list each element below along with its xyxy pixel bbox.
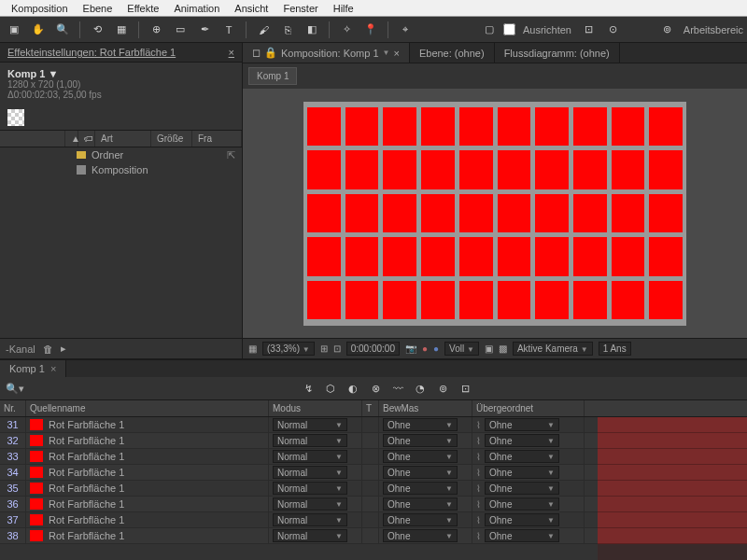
views-dropdown[interactable]: 1 Ans bbox=[599, 342, 631, 356]
brush-tool-icon[interactable]: 🖌 bbox=[253, 20, 274, 40]
blend-mode-dropdown[interactable]: Normal▼ bbox=[273, 466, 347, 479]
parent-dropdown[interactable]: Ohne▼ bbox=[485, 450, 559, 463]
col-trackmatte[interactable]: BewMas bbox=[379, 400, 472, 416]
parent-dropdown[interactable]: Ohne▼ bbox=[485, 513, 559, 526]
project-item-folder[interactable]: Ordner ⇱ bbox=[0, 147, 242, 162]
graph-icon[interactable]: 〰 bbox=[390, 381, 405, 396]
lock-icon[interactable]: ◻ bbox=[252, 47, 261, 59]
transparency-grid-icon[interactable]: ▣ bbox=[485, 343, 493, 354]
menu-animation[interactable]: Animation bbox=[166, 3, 227, 14]
breadcrumb[interactable]: Komp 1 bbox=[248, 67, 297, 85]
pickwhip-icon[interactable]: ⌇ bbox=[476, 531, 481, 541]
trackmatte-dropdown[interactable]: Ohne▼ bbox=[383, 529, 458, 542]
blend-mode-dropdown[interactable]: Normal▼ bbox=[273, 418, 347, 431]
pickwhip-icon[interactable]: ⌇ bbox=[476, 420, 481, 430]
parent-dropdown[interactable]: Ohne▼ bbox=[485, 482, 559, 495]
layer-name-cell[interactable]: Rot Farbfläche 1 bbox=[26, 449, 269, 464]
expand-icon[interactable]: ⊡ bbox=[458, 381, 472, 396]
snap-icon[interactable]: ▢ bbox=[479, 20, 500, 40]
blend-mode-dropdown[interactable]: Normal▼ bbox=[273, 497, 347, 511]
rotate-tool-icon[interactable]: ⟲ bbox=[87, 20, 107, 40]
camera-dropdown[interactable]: Aktive Kamera ▼ bbox=[513, 342, 593, 356]
resolution-dropdown[interactable]: Voll ▼ bbox=[444, 342, 479, 356]
blend-mode-dropdown[interactable]: Normal▼ bbox=[273, 513, 347, 526]
composition-viewer[interactable] bbox=[243, 89, 747, 338]
trackmatte-dropdown[interactable]: Ohne▼ bbox=[383, 466, 458, 479]
pin-tool-icon[interactable]: 📍 bbox=[360, 20, 381, 40]
pen-tool-icon[interactable]: ✒ bbox=[194, 20, 215, 40]
workspace-label[interactable]: Arbeitsbereic bbox=[684, 24, 743, 35]
hierarchy-icon[interactable]: ⇱ bbox=[225, 149, 236, 161]
pickwhip-icon[interactable]: ⌇ bbox=[476, 515, 481, 525]
res2-icon[interactable]: ⊡ bbox=[333, 343, 341, 354]
roto-tool-icon[interactable]: ✧ bbox=[336, 20, 357, 40]
rect-tool-icon[interactable]: ▭ bbox=[170, 20, 190, 40]
menu-fenster[interactable]: Fenster bbox=[275, 3, 325, 14]
layer-bar[interactable] bbox=[598, 433, 747, 449]
anchor-tool-icon[interactable]: ⊕ bbox=[146, 20, 166, 40]
trash-icon[interactable]: 🗑 bbox=[43, 343, 53, 355]
snap-opts-icon[interactable]: ⊡ bbox=[579, 20, 599, 40]
layer-bar[interactable] bbox=[598, 528, 747, 544]
tag-column-icon[interactable]: 🏷 bbox=[78, 131, 95, 147]
search-icon[interactable]: 🔍▾ bbox=[6, 383, 24, 395]
menu-ebene[interactable]: Ebene bbox=[76, 3, 120, 14]
frame-blend-icon[interactable]: ⬡ bbox=[323, 381, 338, 396]
search-help-icon[interactable]: ⊚ bbox=[657, 20, 678, 40]
res-icon[interactable]: ⊞ bbox=[320, 343, 328, 354]
align-checkbox[interactable] bbox=[503, 23, 515, 35]
layer-bar[interactable] bbox=[598, 481, 747, 497]
trackmatte-toggle[interactable] bbox=[362, 528, 379, 543]
tab-flowchart[interactable]: Flussdiagramm: (ohne) bbox=[495, 43, 620, 63]
motion-blur-icon[interactable]: ◐ bbox=[345, 381, 360, 396]
layer-name-cell[interactable]: Rot Farbfläche 1 bbox=[26, 417, 269, 432]
trackmatte-toggle[interactable] bbox=[362, 465, 379, 480]
trackmatte-dropdown[interactable]: Ohne▼ bbox=[383, 482, 458, 495]
effects-panel-tab[interactable]: Effekteinstellungen: Rot Farbfläche 1 × bbox=[0, 43, 242, 63]
close-icon[interactable]: × bbox=[50, 363, 56, 374]
layer-name-cell[interactable]: Rot Farbfläche 1 bbox=[26, 465, 269, 480]
menu-effekte[interactable]: Effekte bbox=[120, 3, 166, 14]
close-icon[interactable]: × bbox=[393, 48, 399, 59]
layer-bar[interactable] bbox=[598, 417, 747, 433]
trackmatte-toggle[interactable] bbox=[362, 497, 379, 511]
chevron-right-icon[interactable]: ▸ bbox=[61, 343, 66, 355]
blend-mode-dropdown[interactable]: Normal▼ bbox=[273, 450, 347, 463]
layer-name-cell[interactable]: Rot Farbfläche 1 bbox=[26, 497, 269, 511]
text-tool-icon[interactable]: T bbox=[218, 20, 239, 40]
draft3d-icon[interactable]: ◔ bbox=[413, 381, 428, 396]
parent-dropdown[interactable]: Ohne▼ bbox=[485, 529, 559, 542]
axis-tool-icon[interactable]: ⌖ bbox=[395, 20, 416, 40]
channel2-icon[interactable]: ● bbox=[433, 343, 439, 354]
trackmatte-toggle[interactable] bbox=[362, 449, 379, 464]
channel-icon[interactable]: ● bbox=[422, 343, 428, 354]
trackmatte-toggle[interactable] bbox=[362, 433, 379, 448]
col-t[interactable]: T bbox=[362, 400, 379, 416]
pickwhip-icon[interactable]: ⌇ bbox=[476, 499, 481, 510]
camera-tool-icon[interactable]: ▦ bbox=[111, 20, 132, 40]
col-mode[interactable]: Modus bbox=[269, 400, 362, 416]
zoom-tool-icon[interactable]: 🔍 bbox=[52, 20, 73, 40]
col-nr[interactable]: Nr. bbox=[0, 400, 26, 416]
blend-mode-dropdown[interactable]: Normal▼ bbox=[273, 482, 347, 495]
parent-dropdown[interactable]: Ohne▼ bbox=[485, 434, 559, 447]
pin-icon[interactable]: 🔒 bbox=[264, 47, 277, 59]
framerate-column[interactable]: Fra bbox=[192, 131, 242, 147]
layer-name-cell[interactable]: Rot Farbfläche 1 bbox=[26, 512, 269, 527]
menu-ansicht[interactable]: Ansicht bbox=[227, 3, 275, 14]
col-parent[interactable]: Übergeordnet bbox=[472, 400, 585, 416]
project-item-comp[interactable]: Komposition bbox=[0, 162, 242, 177]
layer-name-cell[interactable]: Rot Farbfläche 1 bbox=[26, 528, 269, 543]
tab-composition[interactable]: ◻ 🔒 Komposition: Komp 1 ▼ × bbox=[243, 43, 410, 63]
trackmatte-dropdown[interactable]: Ohne▼ bbox=[383, 497, 458, 511]
layer-bar[interactable] bbox=[598, 497, 747, 512]
layer-bar[interactable] bbox=[598, 449, 747, 465]
snap-opts2-icon[interactable]: ⊙ bbox=[603, 20, 624, 40]
parent-dropdown[interactable]: Ohne▼ bbox=[485, 418, 559, 431]
mask-icon[interactable]: ▩ bbox=[499, 343, 507, 354]
pickwhip-icon[interactable]: ⌇ bbox=[476, 436, 481, 446]
time-display[interactable]: 0:00:00:00 bbox=[346, 342, 400, 356]
trackmatte-dropdown[interactable]: Ohne▼ bbox=[383, 450, 458, 463]
layer-bar[interactable] bbox=[598, 465, 747, 481]
blend-mode-dropdown[interactable]: Normal▼ bbox=[273, 434, 347, 447]
